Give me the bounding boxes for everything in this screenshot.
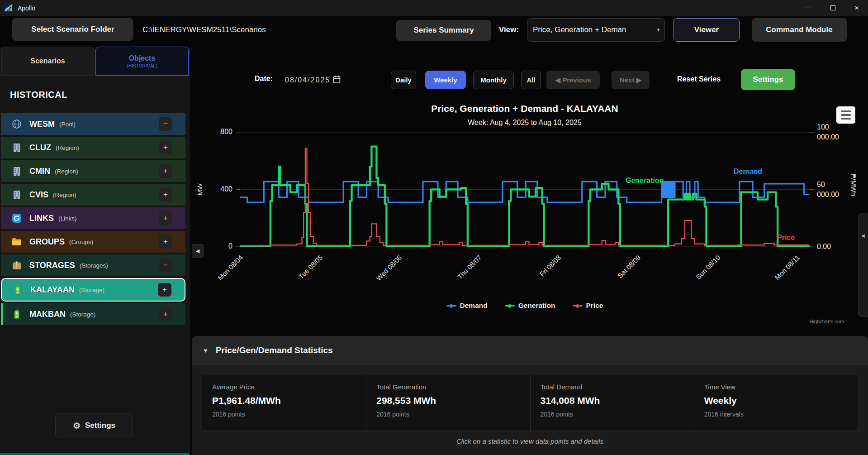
stat-card-average-price[interactable]: Average Price₱1,961.48/MWh2016 points [202,375,366,431]
sidebar-item-links[interactable]: LINKS(Links)+ [1,207,185,229]
object-name: GROUPS [29,237,65,247]
x-axis-label: Sat 08/09 [616,254,642,279]
stat-sub: 2016 points [376,411,520,418]
next-button[interactable]: Next ▶ [612,71,650,89]
series-summary-button[interactable]: Series Summary [396,20,491,41]
battery-icon [12,284,23,295]
legend-item-price[interactable]: ◆Price [573,302,603,310]
chart-settings-button[interactable]: Settings [741,69,795,90]
tab-objects-sublabel: (HISTORICAL) [127,63,157,68]
object-type: (Links) [58,215,77,222]
collapse-button[interactable]: − [159,117,172,131]
range-all[interactable]: All [521,71,541,89]
close-button[interactable]: × [845,0,868,16]
expand-button[interactable]: + [158,283,171,297]
sidebar-settings-button[interactable]: ⚙ Settings [55,413,133,438]
reset-series-button[interactable]: Reset Series [677,75,721,83]
sidebar-item-makban[interactable]: MAKBAN(Storage)+ [1,303,185,325]
object-type: (Region) [56,144,79,151]
previous-button[interactable]: ◀ Previous [546,71,600,89]
stat-card-total-generation[interactable]: Total Generation298,553 MWh2016 points [366,375,530,431]
expand-button[interactable]: + [159,141,172,154]
sidebar-item-cmin[interactable]: CMIN(Region)+ [1,160,185,182]
statistics-title: Price/Gen/Demand Statistics [216,345,333,355]
y-axis-right-tick: 100000.00 [817,122,839,142]
building-icon [11,142,22,153]
select-scenario-folder-button[interactable]: Select Scenario Folder [12,18,133,41]
sidebar-item-storages[interactable]: STORAGES(Storages)− [1,254,185,276]
scenario-path: C:\IENERGY\WESM2511\Scenarios [142,16,266,44]
expand-button[interactable]: + [159,188,172,201]
object-name: WESM [29,120,55,129]
series-demand [241,182,809,202]
stat-sub: 2016 intervals [704,411,848,418]
expand-button[interactable]: + [159,307,172,321]
x-axis-label: Wed 08/06 [375,254,403,282]
object-type: (Groups) [69,239,93,245]
date-label: Date: [255,75,273,83]
viewer-button[interactable]: Viewer [674,18,740,42]
stat-sub: 2016 points [541,411,684,418]
package-icon [11,260,22,271]
legend-item-generation[interactable]: ◆Generation [505,302,555,310]
y-axis-right-title: ₱/MWh [850,174,858,196]
sidebar-item-kalayaan[interactable]: KALAYAAN(Storage)+ [1,278,185,302]
building-icon [11,166,22,177]
stat-value: 298,553 MWh [376,395,520,406]
right-panel-collapsed[interactable]: ◀ [858,213,868,317]
date-input[interactable]: 08/04/2025 [285,74,341,86]
section-title: HISTORICAL [10,90,67,100]
object-type: (Region) [53,192,76,198]
range-weekly[interactable]: Weekly [425,71,466,89]
sidebar-item-cluz[interactable]: CLUZ(Region)+ [1,137,185,158]
statistics-header[interactable]: ▼ Price/Gen/Demand Statistics [192,336,868,365]
range-monthly[interactable]: Monthly [473,71,514,89]
sidebar-item-groups[interactable]: GROUPS(Groups)+ [1,231,185,253]
tab-scenarios[interactable]: Scenarios [1,47,94,76]
sidebar-settings-label: Settings [85,421,115,430]
stat-label: Total Generation [376,383,520,391]
legend-item-demand[interactable]: ◆Demand [446,302,488,310]
expand-button[interactable]: + [159,164,172,178]
legend-label: Price [586,302,603,310]
chart-menu-button[interactable] [836,106,855,124]
battery-icon [11,309,22,320]
tab-objects[interactable]: Objects (HISTORICAL) [95,47,189,76]
object-name: CVIS [29,190,48,200]
title-bar: Apollo [0,0,868,16]
object-list: WESM(Pool)−CLUZ(Region)+CMIN(Region)+CVI… [1,113,185,325]
app-logo-icon [4,4,13,13]
view-dropdown[interactable]: Price, Generation + Deman ▼ [527,18,665,42]
minimize-button[interactable] [797,0,819,16]
highcharts-credit[interactable]: Highcharts.com [769,319,844,324]
y-axis-left-tick: 0 [194,242,232,250]
command-module-button[interactable]: Command Module [752,18,847,42]
expand-button[interactable]: + [159,235,172,249]
globe-icon [11,119,22,129]
chart-legend: ◆Demand◆Generation◆Price [241,302,809,310]
calendar-icon[interactable] [333,74,341,86]
statistics-footer: Click on a statistic to view data points… [192,437,868,445]
object-type: (Region) [55,168,78,175]
range-daily[interactable]: Daily [391,71,416,89]
series-label-price: Price [777,234,795,242]
building-icon [11,189,22,200]
stat-card-time-view[interactable]: Time ViewWeekly2016 intervals [694,375,858,431]
expand-button[interactable]: + [159,211,172,225]
object-type: (Pool) [59,121,76,128]
chart-subtitle: Week: Aug 4, 2025 to Aug 10, 2025 [241,119,809,127]
legend-marker-icon: ◆ [573,302,583,309]
stat-card-total-demand[interactable]: Total Demand314,008 MWh2016 points [530,375,694,431]
x-axis-label: Thu 08/07 [456,254,483,281]
y-axis-left-tick: 800 [194,128,232,136]
collapse-button[interactable]: − [159,259,172,272]
statistics-panel: ▼ Price/Gen/Demand Statistics Average Pr… [192,336,868,455]
maximize-button[interactable] [821,0,844,16]
view-dropdown-value: Price, Generation + Deman [533,25,658,34]
sidebar-item-cvis[interactable]: CVIS(Region)+ [1,184,185,206]
object-name: KALAYAAN [30,285,75,295]
stat-label: Total Demand [541,383,684,391]
y-axis-right-tick: 0.00 [817,242,831,252]
partial-item-strip [0,453,190,455]
sidebar-item-wesm[interactable]: WESM(Pool)− [1,113,185,135]
